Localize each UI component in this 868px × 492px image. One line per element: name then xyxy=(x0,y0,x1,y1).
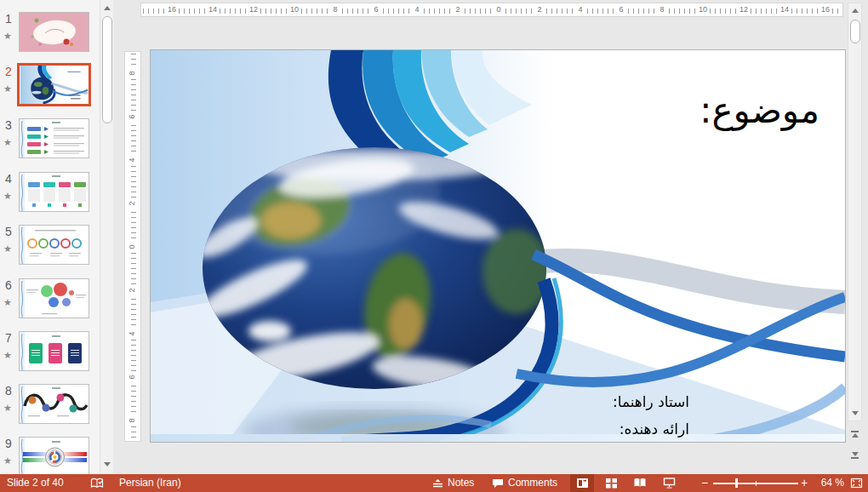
v-ruler-label: 4 xyxy=(128,328,138,340)
slide-6-thumbnail-image xyxy=(20,279,89,318)
slide-4-animation-star-icon: ★ xyxy=(3,191,12,202)
powerpoint-window: 1 ★ 2 ★ xyxy=(0,0,868,492)
slide-1-animation-star-icon: ★ xyxy=(3,31,12,42)
slide-3-animation-star-icon: ★ xyxy=(3,137,12,148)
comments-button[interactable]: Comments xyxy=(492,474,557,492)
triangle-up-icon xyxy=(852,9,859,13)
slide-2-number: 2 xyxy=(2,65,15,78)
slide-8-number: 8 xyxy=(2,384,15,398)
presenter-label-textbox[interactable]: ارائه دهنده: xyxy=(620,420,689,438)
slide-4-thumbnail-image xyxy=(20,173,89,212)
slide-title-textbox[interactable]: موضوع: xyxy=(700,89,819,131)
vertical-scrollbar[interactable] xyxy=(848,3,862,421)
slide-4-number: 4 xyxy=(2,172,15,186)
h-ruler-label: 4 xyxy=(574,5,586,16)
slide-9-animation-star-icon: ★ xyxy=(3,455,12,466)
slide-sorter-view-button[interactable] xyxy=(599,474,623,492)
slide-sorter-grid-icon xyxy=(605,478,618,489)
notes-icon xyxy=(432,478,443,489)
scroll-up-button[interactable] xyxy=(849,4,860,17)
slide-2-thumbnail-selected[interactable] xyxy=(17,63,91,106)
slide-3-number: 3 xyxy=(2,118,15,132)
comments-bubble-icon xyxy=(492,478,504,489)
slide-3-thumbnail[interactable] xyxy=(19,118,89,158)
slide-7-animation-star-icon: ★ xyxy=(3,350,12,361)
spell-check-button[interactable] xyxy=(90,474,104,492)
zoom-in-button[interactable]: + xyxy=(801,474,808,492)
slide-4-thumbnail[interactable] xyxy=(19,172,89,212)
v-ruler-label: 8 xyxy=(128,67,138,79)
slide-6-animation-star-icon: ★ xyxy=(3,297,12,308)
fit-slide-to-window-button[interactable] xyxy=(850,474,863,492)
v-ruler-label: 2 xyxy=(128,197,138,209)
h-ruler-label: 8 xyxy=(656,5,668,16)
h-ruler-label: 2 xyxy=(452,5,464,16)
reading-view-button[interactable] xyxy=(628,474,652,492)
slide-8-thumbnail-image xyxy=(20,385,89,424)
slide-6-thumbnail[interactable] xyxy=(19,278,89,318)
slide-3-thumbnail-image xyxy=(20,119,89,158)
slide-1-number: 1 xyxy=(2,12,15,26)
slide-1-thumbnail[interactable] xyxy=(19,12,89,52)
slide-7-thumbnail[interactable] xyxy=(19,331,89,371)
slide-5-number: 5 xyxy=(2,225,15,238)
proofing-book-icon xyxy=(90,478,104,489)
triangle-up-icon xyxy=(104,6,111,10)
slide-7-thumbnail-image xyxy=(20,332,89,371)
slide-2-animation-star-icon: ★ xyxy=(3,83,12,94)
language-indicator[interactable]: Persian (Iran) xyxy=(119,474,181,492)
slide-9-thumbnail[interactable] xyxy=(19,437,89,474)
vertical-ruler: 8 6 4 2 0 2 4 6 8 xyxy=(124,51,141,442)
zoom-slider-knob[interactable] xyxy=(735,478,738,488)
zoom-slider-track[interactable] xyxy=(713,474,798,492)
zoom-slider[interactable] xyxy=(713,474,798,492)
h-ruler-label: 16 xyxy=(166,5,178,16)
slide-editing-area[interactable]: موضوع: استاد راهنما: ارائه دهنده: xyxy=(151,50,845,442)
zoom-out-button[interactable]: − xyxy=(701,474,708,492)
h-ruler-label: 6 xyxy=(615,5,627,16)
normal-view-icon xyxy=(576,478,589,489)
slide-show-button[interactable] xyxy=(657,474,681,492)
slide-5-thumbnail-image xyxy=(20,226,89,265)
triangle-down-icon xyxy=(104,462,111,466)
h-ruler-label: 8 xyxy=(329,5,341,16)
slide-9-thumbnail-image xyxy=(20,438,89,474)
h-ruler-label: 12 xyxy=(248,5,260,16)
v-ruler-label: 6 xyxy=(128,371,138,383)
h-ruler-label: 0 xyxy=(493,5,505,16)
fit-to-window-icon xyxy=(850,478,863,489)
scroll-down-button[interactable] xyxy=(849,407,860,420)
slide-5-thumbnail[interactable] xyxy=(19,225,89,265)
thumbnail-panel-scrollbar[interactable] xyxy=(100,0,113,474)
h-ruler-label: 10 xyxy=(697,5,709,16)
v-ruler-label: 2 xyxy=(128,284,138,296)
advisor-label-textbox[interactable]: استاد راهنما: xyxy=(613,393,689,410)
double-down-arrow-icon xyxy=(852,452,859,456)
h-ruler-label: 14 xyxy=(779,5,791,16)
double-up-arrow-icon xyxy=(851,431,859,432)
h-ruler-label: 4 xyxy=(411,5,423,16)
view-buttons-group xyxy=(570,474,681,492)
v-ruler-label: 6 xyxy=(128,111,138,123)
h-ruler-label: 10 xyxy=(288,5,300,16)
slide-9-number: 9 xyxy=(2,437,15,450)
slide-6-number: 6 xyxy=(2,278,15,292)
h-ruler-label: 16 xyxy=(819,5,831,16)
comments-label: Comments xyxy=(508,474,557,492)
thumbnail-scroll-down-button[interactable] xyxy=(101,458,113,471)
normal-view-button[interactable] xyxy=(570,474,594,492)
thumbnail-scrollbar-thumb[interactable] xyxy=(102,16,112,123)
previous-slide-button[interactable] xyxy=(848,426,862,443)
reading-book-icon xyxy=(633,478,647,489)
h-ruler-label: 6 xyxy=(370,5,382,16)
slide-indicator[interactable]: Slide 2 of 40 xyxy=(7,474,64,492)
v-ruler-label: 8 xyxy=(128,415,138,426)
zoom-percent[interactable]: 64 % xyxy=(815,474,844,492)
slide-7-number: 7 xyxy=(2,331,15,345)
slide-8-thumbnail[interactable] xyxy=(19,384,89,424)
notes-button[interactable]: Notes xyxy=(432,474,474,492)
thumbnail-scroll-up-button[interactable] xyxy=(101,2,113,14)
vertical-scrollbar-thumb[interactable] xyxy=(850,20,860,43)
next-slide-button[interactable] xyxy=(848,447,862,464)
v-ruler-label: 4 xyxy=(128,154,138,166)
